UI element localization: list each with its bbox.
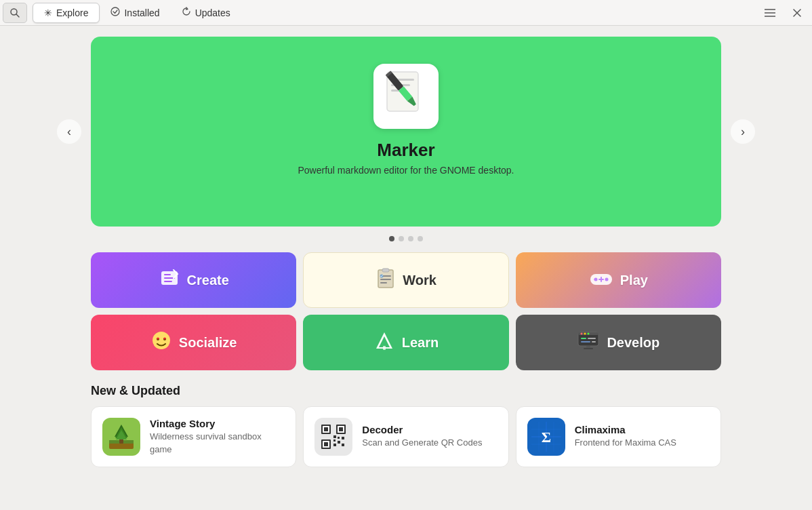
vintage-story-icon (102, 418, 140, 456)
category-create-button[interactable]: Create (91, 252, 296, 308)
decoder-info: Decoder Scan and Generate QR Codes (362, 424, 482, 449)
svg-rect-44 (581, 338, 586, 339)
tab-installed[interactable]: Installed (100, 3, 170, 23)
tab-updates-label: Updates (195, 7, 230, 18)
carousel-dots (91, 236, 721, 241)
carousel-next-button[interactable]: › (731, 119, 755, 144)
category-develop-button[interactable]: Develop (516, 315, 721, 370)
svg-rect-32 (594, 279, 596, 280)
svg-rect-49 (584, 348, 593, 349)
header: ✳ Explore Installed Updates (0, 0, 812, 26)
svg-rect-68 (333, 439, 336, 442)
decoder-icon (314, 418, 352, 456)
svg-rect-21 (382, 269, 389, 272)
svg-text:Σ: Σ (541, 429, 550, 446)
decoder-desc: Scan and Generate QR Codes (362, 437, 482, 449)
socialize-icon (150, 330, 172, 356)
hamburger-icon (765, 9, 775, 17)
featured-carousel: Marker Powerful markdown editor for the … (91, 37, 721, 241)
learn-label: Learn (402, 335, 439, 351)
category-work-button[interactable]: Work (303, 252, 508, 308)
socialize-label: Socialize (179, 335, 237, 351)
close-icon (793, 9, 801, 17)
category-play-button[interactable]: Play (516, 252, 721, 308)
updates-icon (182, 7, 191, 18)
carousel-app-desc: Powerful markdown editor for the GNOME d… (298, 165, 514, 176)
carousel-app-name: Marker (377, 140, 434, 161)
svg-rect-70 (338, 441, 340, 444)
work-icon (375, 267, 396, 294)
svg-line-1 (16, 14, 19, 16)
climaxima-desc: Frontend for Maxima CAS (575, 437, 676, 449)
svg-rect-47 (592, 341, 596, 342)
svg-rect-19 (164, 281, 172, 282)
marker-app-svg (382, 69, 430, 123)
carousel-prev-button[interactable]: ‹ (57, 119, 81, 144)
header-right (758, 3, 809, 23)
climaxima-svg: Σ (531, 422, 561, 452)
decoder-svg (319, 422, 348, 452)
app-card-decoder[interactable]: Decoder Scan and Generate QR Codes (303, 406, 508, 467)
svg-rect-61 (339, 427, 343, 431)
decoder-name: Decoder (362, 424, 482, 435)
svg-rect-48 (586, 346, 590, 348)
installed-icon (110, 7, 120, 18)
svg-rect-67 (342, 437, 344, 439)
work-label: Work (403, 273, 437, 288)
climaxima-name: Climaxima (575, 424, 676, 435)
svg-point-43 (588, 332, 590, 334)
svg-rect-69 (333, 444, 336, 446)
svg-point-28 (605, 277, 608, 281)
vintage-story-svg (106, 422, 136, 452)
nav-tabs: ✳ Explore Installed Updates (33, 3, 758, 23)
new-updated-grid: Vintage Story Wilderness survival sandbo… (91, 406, 721, 467)
svg-rect-46 (581, 341, 590, 342)
category-grid: Create Work (91, 252, 721, 370)
svg-point-2 (111, 7, 119, 16)
carousel-dot-4[interactable] (418, 236, 423, 241)
tab-explore[interactable]: ✳ Explore (33, 3, 100, 23)
create-label: Create (187, 273, 229, 288)
play-icon (589, 269, 613, 292)
menu-button[interactable] (758, 3, 782, 23)
create-icon (159, 267, 180, 294)
category-learn-button[interactable]: Learn (303, 315, 508, 370)
carousel-app-icon (373, 64, 439, 129)
category-socialize-button[interactable]: Socialize (91, 315, 296, 370)
chevron-left-icon: ‹ (67, 125, 71, 139)
learn-icon (373, 330, 395, 356)
search-icon (9, 7, 20, 18)
svg-rect-65 (333, 435, 336, 438)
vintage-story-name: Vintage Story (150, 418, 285, 429)
main-content: Marker Powerful markdown editor for the … (0, 26, 812, 510)
carousel-dot-1[interactable] (389, 236, 394, 241)
develop-label: Develop (607, 335, 659, 351)
svg-rect-30 (598, 279, 604, 280)
svg-rect-71 (342, 444, 344, 446)
close-button[interactable] (785, 3, 809, 23)
tab-installed-label: Installed (124, 7, 159, 18)
svg-rect-38 (383, 346, 386, 350)
svg-point-42 (584, 332, 586, 334)
chevron-right-icon: › (741, 125, 745, 139)
tab-explore-label: Explore (56, 7, 88, 18)
carousel-dot-3[interactable] (408, 236, 413, 241)
svg-point-33 (153, 332, 170, 349)
vintage-story-desc: Wilderness survival sandbox game (150, 431, 285, 455)
svg-point-41 (581, 332, 583, 334)
carousel-dot-2[interactable] (399, 236, 404, 241)
svg-rect-66 (338, 437, 340, 439)
app-card-climaxima[interactable]: Σ Climaxima Frontend for Maxima CAS (516, 406, 721, 467)
new-updated-title: New & Updated (91, 384, 721, 398)
climaxima-icon: Σ (527, 418, 565, 456)
develop-icon (577, 331, 600, 355)
app-card-vintage-story[interactable]: Vintage Story Wilderness survival sandbo… (91, 406, 296, 467)
tab-updates[interactable]: Updates (171, 3, 241, 23)
explore-icon: ✳ (44, 7, 52, 18)
svg-rect-23 (380, 279, 391, 280)
svg-rect-24 (380, 282, 387, 283)
svg-rect-58 (324, 427, 328, 431)
search-button[interactable] (3, 3, 27, 23)
play-label: Play (620, 273, 648, 288)
climaxima-info: Climaxima Frontend for Maxima CAS (575, 424, 676, 449)
